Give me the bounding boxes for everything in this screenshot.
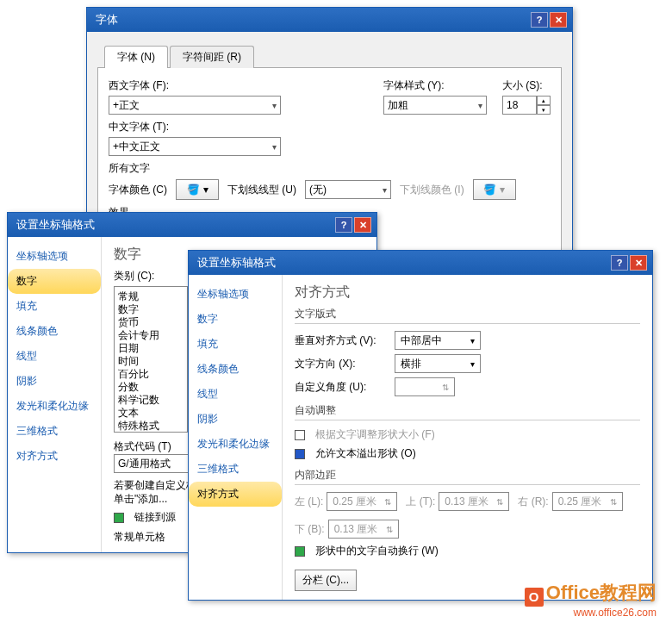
font-size-label: 大小 (S): [502, 78, 551, 93]
nav-axis-options[interactable]: 坐标轴选项 [189, 282, 282, 307]
close-button[interactable]: ✕ [630, 255, 647, 271]
chevron-down-icon: ▾ [272, 142, 277, 152]
nav-fill[interactable]: 填充 [8, 294, 101, 319]
nav-3d-format[interactable]: 三维格式 [8, 419, 101, 444]
nav-3d-format[interactable]: 三维格式 [189, 457, 282, 482]
category-listbox[interactable]: 常规 数字 货币 会计专用 日期 时间 百分比 分数 科学记数 文本 特殊格式 … [114, 286, 188, 433]
nav-number[interactable]: 数字 [189, 307, 282, 332]
nav-shadow[interactable]: 阴影 [189, 407, 282, 432]
columns-button[interactable]: 分栏 (C)... [295, 570, 357, 591]
tab-spacing[interactable]: 字符间距 (R) [170, 46, 254, 68]
nav-fill[interactable]: 填充 [189, 332, 282, 357]
margin-right-spinner: 0.25 厘米⇅ [552, 492, 623, 511]
paint-bucket-icon: 🪣 [483, 184, 496, 196]
vertical-alignment-label: 垂直对齐方式 (V): [295, 333, 389, 348]
dialog-title: 设置坐标轴格式 [16, 217, 333, 233]
western-font-combo[interactable]: +正文▾ [109, 96, 281, 115]
underline-color-button: 🪣▾ [473, 179, 516, 200]
underline-color-label: 下划线颜色 (I) [400, 183, 464, 197]
content-panel: 对齐方式 文字版式 垂直对齐方式 (V): 中部居中▾ 文字方向 (X): 横排… [282, 275, 652, 600]
asian-font-combo[interactable]: +中文正文▾ [109, 137, 281, 156]
overflow-checkbox[interactable]: 允许文本溢出形状 (O) [295, 446, 640, 461]
margin-bottom-spinner: 0.13 厘米⇅ [328, 520, 399, 539]
wrap-checkbox[interactable]: 形状中的文字自动换行 (W) [295, 544, 640, 558]
tab-font[interactable]: 字体 (N) [104, 46, 168, 68]
nav-glow[interactable]: 发光和柔化边缘 [189, 432, 282, 457]
nav-line-style[interactable]: 线型 [8, 344, 101, 369]
chevron-down-icon: ▾ [383, 185, 387, 195]
nav-line-style[interactable]: 线型 [189, 382, 282, 407]
help-button[interactable]: ? [611, 255, 628, 271]
autofit-group-label: 自动调整 [295, 403, 640, 418]
nav-panel: 坐标轴选项 数字 填充 线条颜色 线型 阴影 发光和柔化边缘 三维格式 对齐方式 [189, 275, 282, 600]
titlebar[interactable]: 设置坐标轴格式 ? ✕ [189, 251, 652, 275]
all-text-label: 所有文字 [109, 161, 551, 176]
paint-bucket-icon: 🪣 [187, 184, 200, 196]
font-color-button[interactable]: 🪣▾ [176, 179, 219, 200]
resize-shape-checkbox: 根据文字调整形状大小 (F) [295, 427, 640, 442]
chevron-down-icon: ▾ [203, 184, 208, 196]
spin-up-icon[interactable]: ▴ [537, 96, 551, 105]
underline-style-combo[interactable]: (无)▾ [305, 180, 391, 199]
font-style-combo[interactable]: 加粗▾ [383, 96, 487, 115]
text-layout-group-label: 文字版式 [295, 307, 640, 321]
dialog-title: 字体 [96, 12, 529, 28]
margin-bottom-label: 下 (B): [295, 522, 325, 537]
help-button[interactable]: ? [531, 12, 548, 28]
panel-heading: 对齐方式 [295, 283, 640, 302]
help-button[interactable]: ? [335, 217, 352, 233]
margin-left-label: 左 (L): [295, 495, 323, 509]
nav-line-color[interactable]: 线条颜色 [8, 319, 101, 344]
watermark: OOffice教程网 www.office26.com [525, 580, 656, 619]
spin-down-icon[interactable]: ▾ [537, 105, 551, 115]
vertical-alignment-combo[interactable]: 中部居中▾ [395, 331, 481, 350]
underline-style-label: 下划线线型 (U) [227, 183, 296, 197]
custom-angle-label: 自定义角度 (U): [295, 380, 389, 395]
margin-right-label: 右 (R): [518, 495, 548, 509]
text-direction-combo[interactable]: 横排▾ [395, 354, 481, 373]
margin-top-spinner: 0.13 厘米⇅ [439, 492, 509, 511]
titlebar[interactable]: 设置坐标轴格式 ? ✕ [8, 213, 376, 237]
titlebar[interactable]: 字体 ? ✕ [87, 8, 572, 32]
spin-arrows-icon: ⇅ [442, 383, 449, 392]
inner-margin-group-label: 内部边距 [295, 468, 640, 483]
nav-alignment[interactable]: 对齐方式 [8, 444, 101, 469]
nav-glow[interactable]: 发光和柔化边缘 [8, 394, 101, 419]
text-direction-label: 文字方向 (X): [295, 357, 389, 371]
western-font-label: 西文字体 (F): [109, 78, 368, 93]
chevron-down-icon: ▾ [272, 101, 277, 110]
close-button[interactable]: ✕ [550, 12, 567, 28]
nav-alignment[interactable]: 对齐方式 [189, 482, 282, 507]
chevron-down-icon: ▾ [478, 101, 482, 110]
nav-shadow[interactable]: 阴影 [8, 369, 101, 394]
nav-number[interactable]: 数字 [8, 269, 101, 294]
tab-strip: 字体 (N) 字符间距 (R) [97, 39, 562, 68]
font-style-label: 字体样式 (Y): [383, 78, 487, 93]
office-logo-icon: O [525, 588, 544, 607]
asian-font-label: 中文字体 (T): [109, 120, 551, 134]
nav-panel: 坐标轴选项 数字 填充 线条颜色 线型 阴影 发光和柔化边缘 三维格式 对齐方式 [8, 237, 101, 552]
margin-left-spinner: 0.25 厘米⇅ [327, 492, 397, 511]
chevron-down-icon: ▾ [500, 184, 505, 196]
nav-line-color[interactable]: 线条颜色 [189, 357, 282, 382]
font-color-label: 字体颜色 (C) [109, 183, 167, 197]
dialog-body: 坐标轴选项 数字 填充 线条颜色 线型 阴影 发光和柔化边缘 三维格式 对齐方式… [189, 275, 652, 600]
chevron-down-icon: ▾ [470, 336, 475, 346]
font-size-spinner[interactable]: 18 ▴▾ [502, 96, 551, 115]
close-button[interactable]: ✕ [354, 217, 371, 233]
format-axis-dialog-alignment: 设置坐标轴格式 ? ✕ 坐标轴选项 数字 填充 线条颜色 线型 阴影 发光和柔化… [188, 250, 653, 601]
dialog-title: 设置坐标轴格式 [197, 255, 609, 271]
chevron-down-icon: ▾ [470, 359, 475, 369]
nav-axis-options[interactable]: 坐标轴选项 [8, 244, 101, 269]
custom-angle-spinner: ⇅ [395, 377, 455, 396]
margin-top-label: 上 (T): [406, 495, 435, 509]
